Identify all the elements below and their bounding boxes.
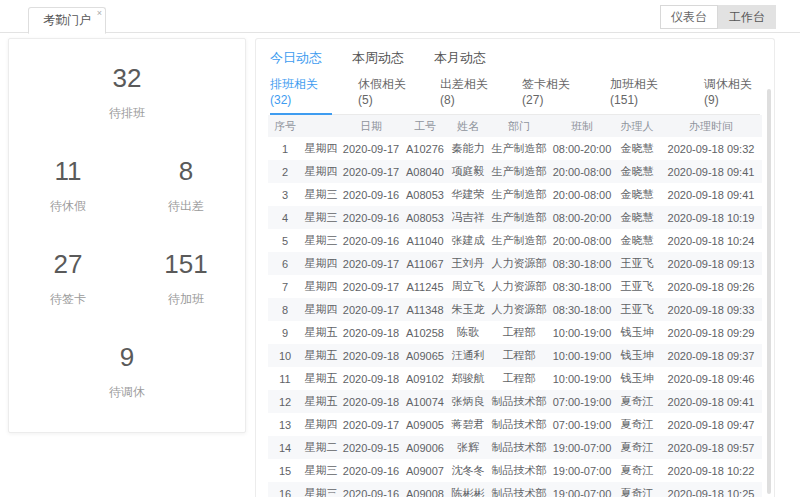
col-header-date: 日期 [340, 115, 402, 137]
stat-pending-overtime[interactable]: 151 待加班 [127, 249, 245, 308]
cell-weekday: 星期四 [302, 137, 340, 160]
stat-row: 32 待排班 [9, 63, 245, 122]
cell-dept: 制品技术部 [488, 436, 550, 459]
stat-row: 11 待休假 8 待出差 [9, 156, 245, 215]
cell-shift: 20:00-08:00 [550, 229, 614, 252]
cell-time: 2020-09-18 10:24 [660, 229, 762, 252]
subtab-card[interactable]: 签卡相关(27) [522, 76, 584, 114]
cell-dept: 工程部 [488, 367, 550, 390]
stat-row: 27 待签卡 151 待加班 [9, 249, 245, 308]
subtab-leave[interactable]: 休假相关(5) [358, 76, 414, 114]
tab-today[interactable]: 今日动态 [270, 49, 322, 67]
stat-value: 11 [9, 156, 127, 186]
table-row: 12星期五2020-09-18A10074张炳良制品技术部07:00-19:00… [268, 390, 762, 413]
cell-dept: 制品技术部 [488, 482, 550, 497]
subtab-overtime[interactable]: 加班相关(151) [610, 76, 678, 114]
table-row: 5星期三2020-09-16A11040张建成生产制造部20:00-08:00金… [268, 229, 762, 252]
subtab-trip[interactable]: 出差相关(8) [440, 76, 496, 114]
cell-emp-id: A09065 [402, 344, 448, 367]
subtab-schedule[interactable]: 排班相关(32) [270, 76, 332, 115]
stat-value: 32 [9, 63, 245, 93]
cell-shift: 08:30-18:00 [550, 298, 614, 321]
cell-name: 陈彬彬 [448, 482, 488, 497]
cell-weekday: 星期三 [302, 229, 340, 252]
cell-name: 张建成 [448, 229, 488, 252]
cell-weekday: 星期四 [302, 413, 340, 436]
cell-dept: 制品技术部 [488, 413, 550, 436]
workbench-button[interactable]: 工作台 [718, 5, 776, 29]
cell-handler: 夏奇江 [614, 482, 660, 497]
cell-handler: 王亚飞 [614, 298, 660, 321]
cell-name: 沈冬冬 [448, 459, 488, 482]
cell-shift: 08:00-20:00 [550, 137, 614, 160]
col-header-weekday [302, 115, 340, 137]
stat-pending-leave[interactable]: 11 待休假 [9, 156, 127, 215]
cell-date: 2020-09-16 [340, 206, 402, 229]
main-tabs: 今日动态本周动态本月动态 [256, 39, 774, 67]
cell-date: 2020-09-16 [340, 183, 402, 206]
stat-pending-trip[interactable]: 8 待出差 [127, 156, 245, 215]
cell-time: 2020-09-18 09:37 [660, 344, 762, 367]
cell-time: 2020-09-18 10:19 [660, 206, 762, 229]
cell-weekday: 星期五 [302, 321, 340, 344]
close-icon[interactable]: × [97, 8, 102, 18]
table-row: 3星期三2020-09-16A08053华建荣生产制造部20:00-08:00金… [268, 183, 762, 206]
tab-week[interactable]: 本周动态 [352, 49, 404, 67]
cell-handler: 夏奇江 [614, 390, 660, 413]
cell-handler: 钱玉坤 [614, 321, 660, 344]
cell-index: 7 [268, 275, 302, 298]
col-header-index: 序号 [268, 115, 302, 137]
cell-handler: 钱玉坤 [614, 367, 660, 390]
vertical-scrollbar[interactable] [767, 89, 771, 494]
cell-name: 秦能力 [448, 137, 488, 160]
cell-emp-id: A09102 [402, 367, 448, 390]
col-header-handler: 办理人 [614, 115, 660, 137]
cell-time: 2020-09-18 09:41 [660, 160, 762, 183]
cell-dept: 生产制造部 [488, 229, 550, 252]
cell-index: 4 [268, 206, 302, 229]
cell-time: 2020-09-18 09:33 [660, 298, 762, 321]
cell-name: 华建荣 [448, 183, 488, 206]
cell-name: 朱玉龙 [448, 298, 488, 321]
stat-pending-schedule[interactable]: 32 待排班 [9, 63, 245, 122]
col-header-time: 办理时间 [660, 115, 762, 137]
cell-time: 2020-09-18 10:25 [660, 482, 762, 497]
cell-handler: 王亚飞 [614, 275, 660, 298]
stat-pending-card[interactable]: 27 待签卡 [9, 249, 127, 308]
table-header-row: 序号日期工号姓名部门班制办理人办理时间 [268, 115, 762, 137]
col-header-name: 姓名 [448, 115, 488, 137]
tab-attendance-portal[interactable]: 考勤门户 × [28, 7, 106, 34]
activity-table: 序号日期工号姓名部门班制办理人办理时间 1星期四2020-09-17A10276… [268, 115, 762, 497]
cell-time: 2020-09-18 09:41 [660, 390, 762, 413]
table-row: 14星期二2020-09-15A09006张辉制品技术部19:00-07:00夏… [268, 436, 762, 459]
dashboard-button[interactable]: 仪表台 [660, 5, 718, 29]
cell-date: 2020-09-16 [340, 459, 402, 482]
col-header-emp-id: 工号 [402, 115, 448, 137]
tab-month[interactable]: 本月动态 [434, 49, 486, 67]
cell-date: 2020-09-17 [340, 413, 402, 436]
cell-date: 2020-09-17 [340, 275, 402, 298]
activity-panel: 今日动态本周动态本月动态 排班相关(32)休假相关(5)出差相关(8)签卡相关(… [255, 38, 775, 497]
cell-index: 16 [268, 482, 302, 497]
cell-index: 12 [268, 390, 302, 413]
cell-date: 2020-09-18 [340, 390, 402, 413]
cell-name: 冯吉祥 [448, 206, 488, 229]
cell-handler: 金晓慧 [614, 137, 660, 160]
cell-time: 2020-09-18 09:29 [660, 321, 762, 344]
cell-shift: 10:00-19:00 [550, 321, 614, 344]
table-body: 1星期四2020-09-17A10276秦能力生产制造部08:00-20:00金… [268, 137, 762, 497]
cell-weekday: 星期三 [302, 459, 340, 482]
stat-pending-comp[interactable]: 9 待调休 [9, 342, 245, 401]
cell-dept: 人力资源部 [488, 298, 550, 321]
cell-handler: 钱玉坤 [614, 344, 660, 367]
cell-emp-id: A08040 [402, 160, 448, 183]
cell-emp-id: A08053 [402, 183, 448, 206]
subtab-comp[interactable]: 调休相关(9) [704, 76, 760, 114]
cell-name: 陈歌 [448, 321, 488, 344]
cell-weekday: 星期三 [302, 482, 340, 497]
cell-shift: 20:00-08:00 [550, 183, 614, 206]
cell-date: 2020-09-17 [340, 298, 402, 321]
stat-row: 9 待调休 [9, 342, 245, 401]
cell-weekday: 星期五 [302, 390, 340, 413]
cell-time: 2020-09-18 10:22 [660, 459, 762, 482]
